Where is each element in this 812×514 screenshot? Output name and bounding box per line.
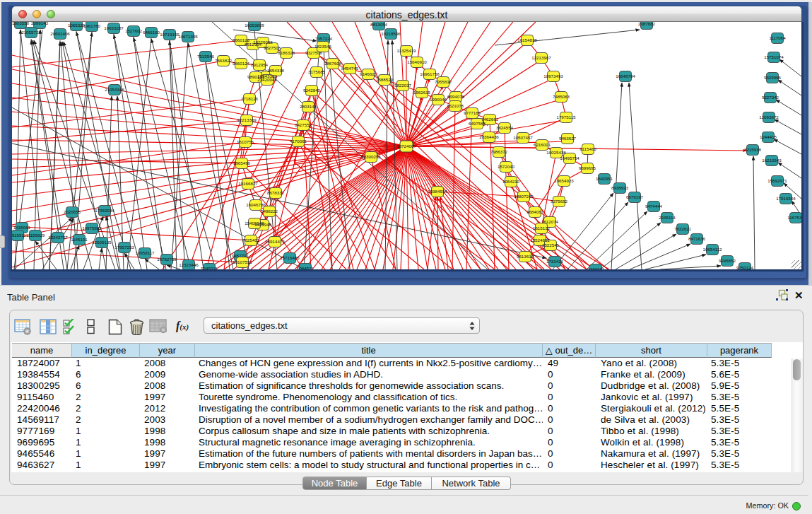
svg-text:6466160: 6466160 [143,30,160,35]
svg-text:11325419: 11325419 [396,48,416,53]
svg-text:10654112: 10654112 [702,247,722,252]
svg-text:10719155: 10719155 [160,32,180,37]
svg-text:16648784: 16648784 [616,74,635,78]
svg-text:15716485: 15716485 [280,255,300,260]
svg-text:10653287: 10653287 [104,25,124,30]
svg-text:15751074: 15751074 [764,54,784,59]
svg-text:1117064: 1117064 [769,35,786,40]
svg-text:9474444: 9474444 [645,204,663,209]
svg-text:1167530: 1167530 [787,215,801,220]
svg-text:2803144: 2803144 [300,104,317,109]
svg-text:16495754: 16495754 [560,156,579,160]
svg-text:8813054: 8813054 [370,22,388,27]
svg-text:1640951: 1640951 [596,176,613,181]
svg-text:7663822: 7663822 [215,58,233,63]
svg-text:1145191: 1145191 [71,237,88,242]
svg-text:6216001: 6216001 [534,142,551,147]
svg-text:9463627: 9463627 [559,136,577,141]
svg-text:6879197: 6879197 [626,194,644,199]
svg-text:2087682: 2087682 [638,22,656,26]
svg-text:3915911: 3915911 [12,233,26,238]
svg-text:15692971: 15692971 [767,178,787,183]
svg-text:1965498: 1965498 [233,160,251,165]
svg-text:1572040: 1572040 [498,164,515,169]
svg-text:1610755: 1610755 [237,139,254,144]
svg-text:3624554: 3624554 [496,125,514,130]
svg-text:23420046: 23420046 [257,77,277,82]
svg-text:2935114: 2935114 [659,215,676,220]
svg-text:9777169: 9777169 [464,110,481,115]
svg-text:2867608: 2867608 [324,61,342,66]
svg-text:16154838: 16154838 [517,37,537,42]
svg-text:1823546: 1823546 [314,44,332,49]
svg-text:1621078: 1621078 [447,103,464,108]
svg-text:1064210: 1064210 [502,179,520,184]
svg-text:5822037: 5822037 [394,83,412,88]
svg-text:2020655: 2020655 [64,209,81,214]
svg-text:16914479: 16914479 [265,239,285,244]
svg-text:9227342: 9227342 [762,95,779,100]
svg-text:7625402: 7625402 [242,238,260,243]
svg-text:8471636: 8471636 [688,236,706,241]
svg-text:8186328: 8186328 [278,50,295,55]
svg-text:10025438: 10025438 [546,150,566,155]
svg-text:12505135: 12505135 [92,240,112,245]
svg-text:1733426: 1733426 [546,259,564,264]
svg-text:8427552: 8427552 [295,122,312,127]
svg-text:19384554: 19384554 [428,189,447,194]
svg-text:7986372: 7986372 [490,149,508,154]
svg-text:1562615: 1562615 [413,90,431,95]
svg-text:17957253: 17957253 [114,245,134,250]
svg-text:16210643: 16210643 [762,158,782,163]
svg-text:21053346: 21053346 [105,87,124,92]
svg-text:1990044: 1990044 [430,97,447,102]
svg-text:19218596: 19218596 [381,31,401,36]
svg-text:16046786: 16046786 [246,202,266,207]
svg-text:15640910: 15640910 [407,59,427,64]
svg-text:15409948: 15409948 [245,221,264,226]
svg-text:8678332: 8678332 [267,190,285,195]
svg-text:17359934: 17359934 [95,208,114,213]
svg-text:17975115: 17975115 [556,115,576,119]
svg-text:1244415: 1244415 [760,134,777,139]
svg-text:9242845: 9242845 [303,88,321,93]
svg-text:8912954: 8912954 [251,62,269,67]
svg-text:19654923: 19654923 [554,178,574,183]
svg-text:10975887: 10975887 [82,226,102,230]
svg-text:7485063: 7485063 [553,94,570,99]
svg-text:17016504: 17016504 [776,196,796,201]
svg-text:9375692: 9375692 [551,199,568,204]
svg-text:2718126: 2718126 [241,96,259,101]
svg-text:9827508: 9827508 [264,45,281,50]
svg-text:6994078: 6994078 [447,94,465,99]
svg-text:1654338: 1654338 [267,68,285,73]
svg-text:9613614: 9613614 [517,254,534,259]
svg-text:1803558: 1803558 [12,22,30,25]
svg-text:1588520: 1588520 [376,77,394,82]
svg-text:10973493: 10973493 [543,74,563,78]
svg-text:9245652: 9245652 [719,258,736,263]
svg-text:9327508: 9327508 [305,50,323,55]
svg-text:12213369: 12213369 [237,117,257,122]
svg-text:7357224: 7357224 [315,36,333,41]
svg-text:6497568: 6497568 [469,121,486,126]
svg-text:16782759: 16782759 [157,257,177,262]
svg-text:9146821: 9146821 [360,71,377,76]
svg-text:10671355: 10671355 [178,34,198,39]
svg-text:4170061: 4170061 [290,139,307,144]
svg-text:2099143: 2099143 [31,22,49,25]
svg-text:16053809: 16053809 [245,23,264,28]
svg-text:18807249: 18807249 [514,194,534,199]
svg-text:8938923: 8938923 [611,185,629,190]
svg-text:7515546: 7515546 [197,54,215,59]
svg-text:1612074: 1612074 [541,219,559,224]
svg-text:3175685: 3175685 [308,69,326,74]
svg-text:7955812: 7955812 [435,79,452,84]
svg-text:12242757: 12242757 [48,235,68,240]
svg-text:5498222: 5498222 [261,209,278,214]
svg-text:1527602: 1527602 [125,28,143,33]
svg-text:20364436: 20364436 [479,134,499,139]
svg-text:10507457: 10507457 [513,135,533,140]
svg-text:9699695: 9699695 [579,165,596,170]
svg-text:8454749: 8454749 [341,66,359,71]
